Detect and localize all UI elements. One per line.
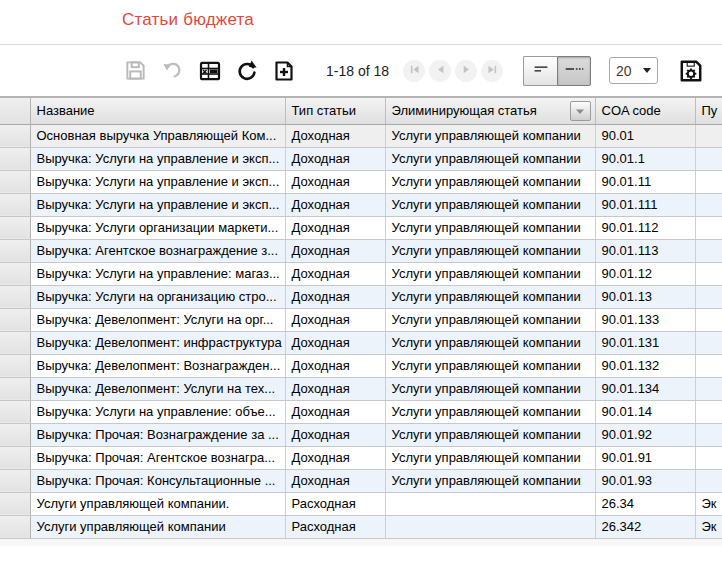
table-row[interactable]: Выручка: Агентское вознаграждение з...До… — [0, 239, 722, 262]
coa-code-cell[interactable]: 90.01.111 — [595, 193, 695, 216]
type-cell[interactable]: Доходная — [285, 469, 385, 492]
table-row[interactable]: Выручка: Прочая: Агентское вознагра...До… — [0, 446, 722, 469]
eliminating-cell[interactable]: Услуги управляющей компании — [385, 446, 595, 469]
column-header-type[interactable]: Тип статьи — [285, 98, 385, 124]
extra-cell[interactable] — [695, 285, 722, 308]
table-row[interactable]: Выручка: Услуги на организацию стро...До… — [0, 285, 722, 308]
coa-code-cell[interactable]: 26.34 — [595, 492, 695, 515]
table-row[interactable]: Выручка: Прочая: Вознаграждение за ...До… — [0, 423, 722, 446]
name-cell[interactable]: Выручка: Услуги на управление и эксп... — [30, 193, 285, 216]
coa-code-cell[interactable]: 90.01.11 — [595, 170, 695, 193]
type-cell[interactable]: Доходная — [285, 400, 385, 423]
solid-line-view-button[interactable] — [523, 56, 557, 86]
extra-cell[interactable] — [695, 239, 722, 262]
coa-code-cell[interactable]: 90.01.112 — [595, 216, 695, 239]
last-page-button[interactable] — [481, 60, 503, 82]
name-cell[interactable]: Услуги управляющей компании. — [30, 492, 285, 515]
eliminating-cell[interactable]: Услуги управляющей компании — [385, 423, 595, 446]
eliminating-cell[interactable]: Услуги управляющей компании — [385, 308, 595, 331]
eliminating-cell[interactable]: Услуги управляющей компании — [385, 124, 595, 147]
table-row[interactable]: Выручка: Девелопмент: инфраструктураДохо… — [0, 331, 722, 354]
eliminating-cell[interactable]: Услуги управляющей компании — [385, 331, 595, 354]
save-settings-button[interactable] — [678, 58, 703, 83]
extra-cell[interactable] — [695, 446, 722, 469]
coa-code-cell[interactable]: 90.01.92 — [595, 423, 695, 446]
name-cell[interactable]: Выручка: Услуги на управление и эксп... — [30, 170, 285, 193]
first-page-button[interactable] — [403, 60, 425, 82]
table-row[interactable]: Услуги управляющей компании.Расходная26.… — [0, 492, 722, 515]
type-cell[interactable]: Доходная — [285, 193, 385, 216]
prev-page-button[interactable] — [429, 60, 451, 82]
table-row[interactable]: Основная выручка Управляющей Ком...Доход… — [0, 124, 722, 147]
type-cell[interactable]: Доходная — [285, 285, 385, 308]
eliminating-cell[interactable] — [385, 515, 595, 538]
name-cell[interactable]: Выручка: Услуги организации маркети... — [30, 216, 285, 239]
extra-cell[interactable] — [695, 331, 722, 354]
excel-export-button[interactable] — [197, 58, 222, 83]
extra-cell[interactable] — [695, 193, 722, 216]
extra-cell[interactable] — [695, 124, 722, 147]
coa-code-cell[interactable]: 90.01.13 — [595, 285, 695, 308]
eliminating-cell[interactable]: Услуги управляющей компании — [385, 239, 595, 262]
name-cell[interactable]: Выручка: Девелопмент: Услуги на орг... — [30, 308, 285, 331]
type-cell[interactable]: Доходная — [285, 354, 385, 377]
name-cell[interactable]: Выручка: Девелопмент: Услуги на тех... — [30, 377, 285, 400]
extra-cell[interactable] — [695, 400, 722, 423]
extra-cell[interactable] — [695, 147, 722, 170]
type-cell[interactable]: Доходная — [285, 216, 385, 239]
eliminating-cell[interactable]: Услуги управляющей компании — [385, 285, 595, 308]
column-header-extra[interactable]: Пу — [695, 98, 722, 124]
eliminating-cell[interactable]: Услуги управляющей компании — [385, 170, 595, 193]
type-cell[interactable]: Расходная — [285, 515, 385, 538]
type-cell[interactable]: Доходная — [285, 331, 385, 354]
eliminating-cell[interactable]: Услуги управляющей компании — [385, 469, 595, 492]
type-cell[interactable]: Доходная — [285, 262, 385, 285]
coa-code-cell[interactable]: 26.342 — [595, 515, 695, 538]
type-cell[interactable]: Доходная — [285, 147, 385, 170]
table-row[interactable]: Выручка: Услуги на управление: магаз...Д… — [0, 262, 722, 285]
coa-code-cell[interactable]: 90.01.132 — [595, 354, 695, 377]
table-row[interactable]: Выручка: Услуги организации маркети...До… — [0, 216, 722, 239]
coa-code-cell[interactable]: 90.01.93 — [595, 469, 695, 492]
dashed-line-view-button[interactable] — [557, 56, 591, 86]
extra-cell[interactable] — [695, 423, 722, 446]
column-header-name[interactable]: Название — [30, 98, 285, 124]
type-cell[interactable]: Доходная — [285, 239, 385, 262]
coa-code-cell[interactable]: 90.01.113 — [595, 239, 695, 262]
extra-cell[interactable] — [695, 308, 722, 331]
name-cell[interactable]: Выручка: Услуги на управление: объе... — [30, 400, 285, 423]
name-cell[interactable]: Выручка: Услуги на организацию стро... — [30, 285, 285, 308]
table-row[interactable]: Выручка: Услуги на управление и эксп...Д… — [0, 170, 722, 193]
extra-cell[interactable]: Эк — [695, 492, 722, 515]
name-cell[interactable]: Выручка: Агентское вознаграждение з... — [30, 239, 285, 262]
name-cell[interactable]: Основная выручка Управляющей Ком... — [30, 124, 285, 147]
save-button[interactable] — [123, 58, 148, 83]
name-cell[interactable]: Выручка: Услуги на управление: магаз... — [30, 262, 285, 285]
eliminating-cell[interactable]: Услуги управляющей компании — [385, 262, 595, 285]
add-record-button[interactable] — [271, 58, 296, 83]
coa-code-cell[interactable]: 90.01.131 — [595, 331, 695, 354]
type-cell[interactable]: Доходная — [285, 446, 385, 469]
name-cell[interactable]: Выручка: Девелопмент: инфраструктура — [30, 331, 285, 354]
column-header-coa-code[interactable]: COA code — [595, 98, 695, 124]
type-cell[interactable]: Расходная — [285, 492, 385, 515]
coa-code-cell[interactable]: 90.01.91 — [595, 446, 695, 469]
eliminating-cell[interactable]: Услуги управляющей компании — [385, 147, 595, 170]
column-header-eliminating[interactable]: Элиминирующая статья — [385, 98, 595, 124]
refresh-button[interactable] — [234, 58, 259, 83]
eliminating-cell[interactable]: Услуги управляющей компании — [385, 354, 595, 377]
coa-code-cell[interactable]: 90.01.1 — [595, 147, 695, 170]
table-row[interactable]: Выручка: Девелопмент: Вознагражден...Дох… — [0, 354, 722, 377]
extra-cell[interactable] — [695, 170, 722, 193]
eliminating-cell[interactable]: Услуги управляющей компании — [385, 377, 595, 400]
name-cell[interactable]: Выручка: Девелопмент: Вознагражден... — [30, 354, 285, 377]
coa-code-cell[interactable]: 90.01.12 — [595, 262, 695, 285]
table-row[interactable]: Выручка: Услуги на управление и эксп...Д… — [0, 147, 722, 170]
eliminating-cell[interactable]: Услуги управляющей компании — [385, 216, 595, 239]
name-cell[interactable]: Выручка: Прочая: Вознаграждение за ... — [30, 423, 285, 446]
table-row[interactable]: Услуги управляющей компанииРасходная26.3… — [0, 515, 722, 538]
undo-button[interactable] — [160, 58, 185, 83]
column-filter-button[interactable] — [570, 101, 591, 121]
type-cell[interactable]: Доходная — [285, 170, 385, 193]
extra-cell[interactable] — [695, 377, 722, 400]
